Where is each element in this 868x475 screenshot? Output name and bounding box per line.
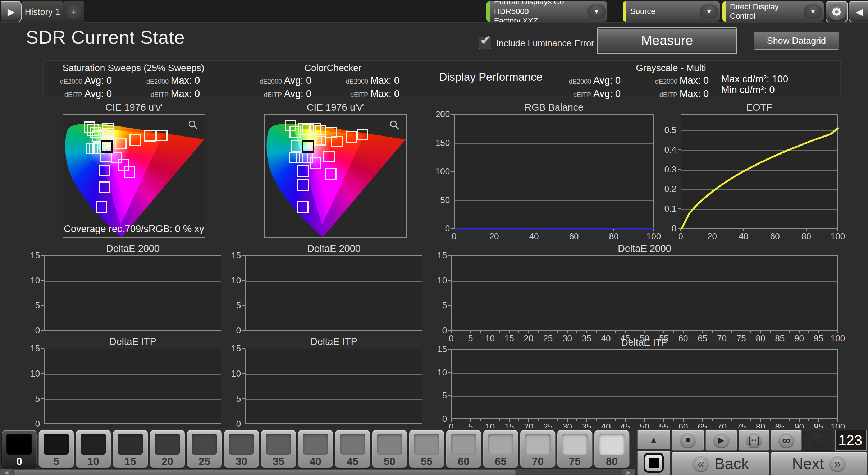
eotf-series — [681, 115, 839, 229]
grayscale-patch-0[interactable]: 0 — [1, 430, 37, 468]
pattern-level-counter[interactable]: 123 — [835, 430, 867, 451]
tab-label: History 1 — [25, 7, 60, 17]
y-tick-mark — [41, 398, 44, 399]
x-minor-tick-mark — [828, 331, 828, 333]
refresh-button[interactable] — [803, 430, 833, 451]
pattern-levels-up-button[interactable]: ▲ — [637, 430, 670, 449]
page-title: SDR Current State — [26, 27, 185, 48]
patch-swatch — [118, 434, 143, 455]
x-tick-mark — [644, 419, 645, 422]
y-tick-mark — [448, 372, 451, 373]
x-minor-tick-mark — [693, 331, 693, 333]
deitp_grayscale-plot — [451, 349, 838, 419]
grayscale-patch-75[interactable]: 75 — [557, 430, 593, 468]
colorchecker-stats: dE2000Avg: 0dE2000Max: 0dEITPAvg: 0dEITP… — [254, 75, 424, 100]
scroll-left-arrow-icon[interactable]: ◀ — [0, 469, 13, 475]
x-minor-tick-mark — [654, 331, 654, 333]
scroll-right-arrow-icon[interactable]: ▶ — [622, 469, 635, 475]
x-tick-mark — [548, 331, 548, 333]
collapse-panel-button[interactable]: ◀ — [849, 1, 868, 22]
cie_colorchecker-title: CIE 1976 u'v' — [264, 102, 407, 113]
measure-button[interactable]: Measure — [597, 27, 737, 54]
max-luminance: Max cd/m²: 100 — [721, 74, 788, 85]
x-axis-tick-label: 80 — [599, 231, 628, 241]
cie-target-marker — [115, 138, 127, 149]
arrow-left-icon: ◀ — [856, 7, 863, 17]
cie_colorchecker-plot — [264, 114, 407, 238]
grayscale-patch-45[interactable]: 45 — [335, 430, 370, 468]
range-icon: [··] — [748, 435, 760, 445]
y-axis-tick-label: 10 — [212, 369, 241, 379]
x-tick-mark — [775, 229, 775, 231]
cie-target-marker — [310, 157, 321, 169]
x-tick-mark — [722, 331, 722, 333]
patch-scrollbar[interactable]: ◀ ▶ — [0, 469, 635, 475]
meter-dropdown[interactable]: Portrait Displays C6 HDR5000 Factory XYZ… — [486, 1, 608, 22]
cie-target-marker — [331, 136, 343, 147]
x-tick-mark — [702, 331, 703, 333]
de2000_colorchecker-title: DeltaE 2000 — [245, 243, 422, 254]
next-button[interactable]: Next » — [771, 452, 867, 475]
source-dropdown[interactable]: Source ▼ — [622, 1, 720, 22]
add-tab-button[interactable]: + — [63, 1, 84, 23]
grayscale-patch-10[interactable]: 10 — [76, 430, 111, 468]
grayscale-patch-25[interactable]: 25 — [187, 430, 222, 468]
pattern-window-button[interactable] — [637, 451, 670, 475]
grayscale-patch-50[interactable]: 50 — [372, 430, 407, 468]
grayscale-multi-title: Grayscale - Multi — [563, 63, 779, 74]
scrollbar-thumb[interactable] — [14, 470, 516, 475]
continuous-loop-button[interactable]: ∞ — [771, 430, 802, 451]
grayscale-patch-35[interactable]: 35 — [261, 430, 296, 468]
settings-button[interactable] — [826, 1, 848, 22]
y-axis-tick-label: 150 — [421, 138, 450, 148]
show-datagrid-button[interactable]: Show Datagrid — [754, 32, 839, 50]
grayscale-patch-15[interactable]: 15 — [113, 430, 148, 468]
magnifier-icon[interactable] — [389, 119, 400, 131]
x-minor-tick-mark — [712, 331, 713, 333]
summary-meters-bar: Saturation Sweeps (25% Sweeps) dE2000Avg… — [43, 60, 841, 96]
cie-target-marker — [144, 130, 156, 142]
y-axis-tick-label: 15 — [212, 250, 241, 260]
y-tick-mark — [451, 200, 454, 200]
y-tick-mark — [242, 424, 245, 424]
display-control-dropdown[interactable]: Direct Display Control ▼ — [722, 1, 824, 22]
grayscale-patch-70[interactable]: 70 — [520, 430, 556, 468]
eotf-title: EOTF — [681, 102, 838, 113]
grayscale-patch-60[interactable]: 60 — [446, 430, 481, 468]
stat-metric-label: dEITP — [141, 91, 169, 99]
include-luminance-error-checkbox[interactable]: ✔ — [479, 37, 491, 49]
cie-target-marker — [99, 165, 110, 176]
grayscale-patch-30[interactable]: 30 — [224, 430, 259, 468]
magnifier-icon[interactable] — [187, 119, 199, 131]
x-axis-tick-label: 0 — [666, 231, 695, 241]
stat-metric-label: dE2000 — [54, 78, 82, 86]
y-tick-mark — [451, 143, 454, 143]
expand-panel-button[interactable]: ▶ — [1, 1, 22, 22]
gridline — [452, 396, 837, 397]
x-tick-mark — [528, 419, 529, 422]
play-button[interactable]: ▶ — [705, 430, 737, 451]
x-minor-tick-mark — [538, 419, 539, 421]
patch-label: 70 — [520, 456, 555, 467]
grayscale-patch-80[interactable]: 80 — [594, 430, 630, 468]
grayscale-patch-55[interactable]: 55 — [409, 430, 444, 468]
y-tick-mark — [41, 330, 44, 331]
grayscale-patch-5[interactable]: 5 — [38, 430, 74, 468]
x-tick-mark — [741, 331, 741, 333]
x-minor-tick-mark — [576, 419, 577, 421]
y-axis-tick-label: 10 — [212, 276, 241, 286]
measure-range-button[interactable]: [··] — [739, 430, 769, 451]
grayscale-patch-40[interactable]: 40 — [298, 430, 333, 468]
control-status-stripe — [722, 1, 726, 22]
stop-button[interactable]: ■ — [672, 430, 704, 451]
x-tick-mark — [818, 331, 819, 333]
gridline — [246, 374, 422, 375]
chevrons-left-icon: « — [692, 455, 709, 472]
grayscale-patch-20[interactable]: 20 — [150, 430, 185, 468]
cie-target-marker — [346, 131, 357, 143]
tab-history-1[interactable]: History 1 — [22, 1, 63, 23]
y-tick-mark — [242, 348, 245, 349]
grayscale-patch-65[interactable]: 65 — [483, 430, 518, 468]
back-button[interactable]: « Back — [672, 452, 769, 475]
x-tick-mark — [837, 229, 838, 231]
